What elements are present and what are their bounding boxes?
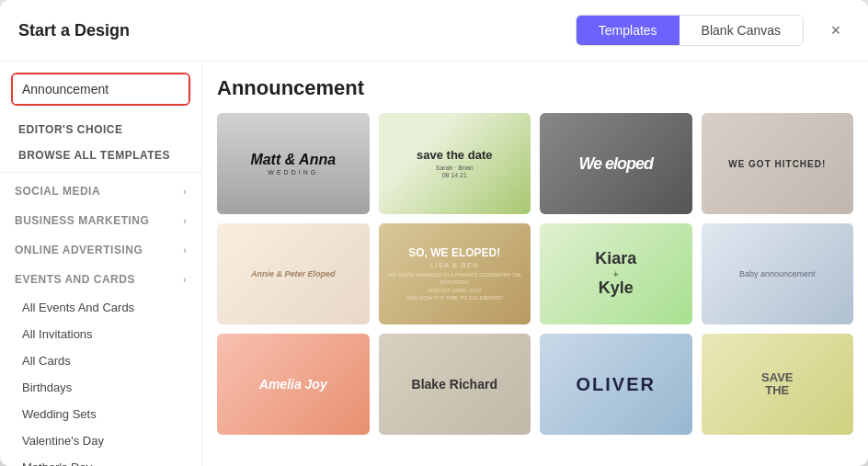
modal-title: Start a Design bbox=[18, 21, 576, 40]
section-social-media: SOCIAL MEDIA › bbox=[0, 176, 201, 206]
content-title: Announcement bbox=[217, 76, 853, 100]
sidebar-browse-all[interactable]: BROWSE ALL TEMPLATES bbox=[0, 142, 201, 168]
template-card-9[interactable]: Amelia Joy bbox=[217, 334, 370, 435]
chevron-up-icon: ‹ bbox=[183, 275, 187, 285]
events-sub-items: All Events And Cards All Invitations All… bbox=[0, 294, 201, 466]
section-events-and-cards-header[interactable]: EVENTS AND CARDS ‹ bbox=[0, 265, 201, 294]
template-card-2[interactable]: save the date Sarah · Brian 08 14 21 bbox=[379, 113, 531, 214]
chevron-down-icon-3: › bbox=[183, 245, 187, 256]
template-card-11[interactable]: OLIVER bbox=[540, 334, 692, 435]
tab-group: Templates Blank Canvas bbox=[576, 15, 804, 46]
chevron-down-icon: › bbox=[183, 187, 187, 197]
template-card-4[interactable]: WE GOT HITCHED! bbox=[702, 113, 854, 214]
section-events-and-cards-label: EVENTS AND CARDS bbox=[15, 273, 135, 286]
template-card-10[interactable]: Blake Richard bbox=[379, 334, 531, 435]
section-business-marketing: BUSINESS MARKETING › bbox=[0, 206, 201, 235]
tab-templates[interactable]: Templates bbox=[577, 16, 680, 45]
section-business-marketing-label: BUSINESS MARKETING bbox=[15, 214, 149, 227]
sidebar-item-valentines-day[interactable]: Valentine's Day bbox=[0, 427, 201, 454]
search-input[interactable] bbox=[13, 74, 190, 104]
sidebar-item-all-events[interactable]: All Events And Cards bbox=[0, 294, 201, 321]
close-button[interactable]: × bbox=[822, 17, 850, 44]
section-social-media-label: SOCIAL MEDIA bbox=[15, 185, 100, 198]
sidebar-item-birthdays[interactable]: Birthdays bbox=[0, 374, 201, 401]
template-grid: Matt & Anna WEDDING save the date Sarah … bbox=[217, 113, 853, 435]
modal: Start a Design Templates Blank Canvas × … bbox=[0, 0, 868, 466]
modal-body: × EDITOR'S CHOICE BROWSE ALL TEMPLATES S… bbox=[0, 62, 868, 466]
section-online-advertising-label: ONLINE ADVERTISING bbox=[15, 244, 143, 256]
section-online-advertising: ONLINE ADVERTISING › bbox=[0, 235, 201, 265]
section-social-media-header[interactable]: SOCIAL MEDIA › bbox=[0, 176, 201, 206]
search-box: × bbox=[11, 73, 190, 106]
sidebar-item-mothers-day[interactable]: Mother's Day bbox=[0, 454, 201, 466]
section-events-and-cards: EVENTS AND CARDS ‹ All Events And Cards … bbox=[0, 265, 201, 466]
section-online-advertising-header[interactable]: ONLINE ADVERTISING › bbox=[0, 235, 201, 265]
template-card-1[interactable]: Matt & Anna WEDDING bbox=[217, 113, 370, 214]
divider-1 bbox=[0, 172, 201, 173]
sidebar-editors-choice[interactable]: EDITOR'S CHOICE bbox=[0, 117, 201, 142]
sidebar-item-all-invitations[interactable]: All Invitations bbox=[0, 321, 201, 347]
main-content: Announcement Matt & Anna WEDDING bbox=[202, 62, 868, 466]
template-card-7[interactable]: Kiara + Kyle bbox=[540, 223, 692, 324]
modal-header: Start a Design Templates Blank Canvas × bbox=[0, 0, 868, 62]
template-card-3[interactable]: We eloped bbox=[540, 113, 692, 214]
template-card-8[interactable]: Baby announcement bbox=[702, 223, 854, 324]
sidebar: × EDITOR'S CHOICE BROWSE ALL TEMPLATES S… bbox=[0, 62, 202, 466]
section-business-marketing-header[interactable]: BUSINESS MARKETING › bbox=[0, 206, 201, 235]
sidebar-item-all-cards[interactable]: All Cards bbox=[0, 347, 201, 374]
sidebar-item-wedding-sets[interactable]: Wedding Sets bbox=[0, 401, 201, 427]
template-card-6[interactable]: SO, WE ELOPED! LISA & BEN WE WERE MARRIE… bbox=[379, 223, 531, 324]
chevron-down-icon-2: › bbox=[183, 216, 187, 226]
template-card-12[interactable]: SAVEthe bbox=[702, 334, 854, 435]
tab-blank-canvas[interactable]: Blank Canvas bbox=[680, 16, 803, 45]
template-card-5[interactable]: Annie & Peter Eloped bbox=[217, 223, 370, 324]
